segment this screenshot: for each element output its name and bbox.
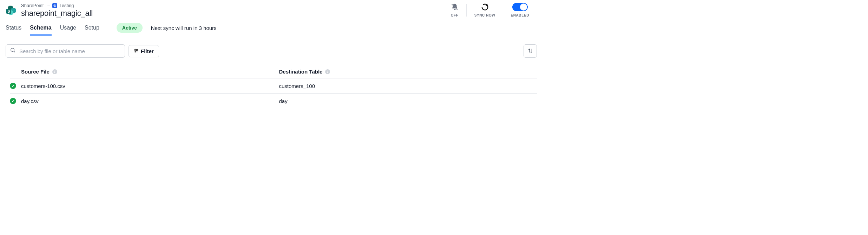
row-status	[10, 83, 21, 89]
col-dest-header: Destination Table i	[279, 69, 537, 75]
header-left: S SharePoint → Testing sharepoint_magic_…	[6, 3, 93, 18]
svg-point-9	[11, 48, 14, 51]
search-wrap[interactable]	[6, 44, 125, 58]
table-row[interactable]: customers-100.csv customers_100	[10, 78, 537, 93]
tab-setup[interactable]: Setup	[85, 25, 99, 35]
table-row[interactable]: day.csv day	[10, 93, 537, 108]
next-sync-text: Next sync will run in 3 hours	[151, 25, 217, 31]
tab-usage[interactable]: Usage	[60, 25, 76, 35]
check-icon	[10, 98, 16, 104]
tabs-divider	[108, 24, 108, 31]
dest-table: day	[279, 98, 288, 104]
dest-table: customers_100	[279, 83, 315, 89]
table-header: Source File i Destination Table i	[10, 65, 537, 78]
toolbar: Filter	[0, 37, 542, 65]
header: S SharePoint → Testing sharepoint_magic_…	[0, 0, 542, 18]
sharepoint-icon: S	[6, 5, 17, 16]
svg-line-10	[14, 51, 15, 52]
toggle-on-icon	[512, 3, 528, 11]
notifications-off-button[interactable]: OFF	[443, 3, 466, 17]
tab-schema[interactable]: Schema	[30, 25, 51, 35]
col-source-header: Source File i	[21, 69, 279, 75]
tab-status[interactable]: Status	[6, 25, 21, 35]
tabs-row: Status Schema Usage Setup Active Next sy…	[0, 18, 542, 37]
workspace-icon	[52, 3, 57, 8]
breadcrumb: SharePoint → Testing	[21, 3, 93, 8]
info-icon[interactable]: i	[52, 69, 57, 74]
breadcrumb-connector[interactable]: SharePoint	[21, 3, 44, 8]
notifications-off-label: OFF	[451, 13, 459, 17]
enabled-label: ENABLED	[511, 13, 529, 17]
info-icon[interactable]: i	[325, 69, 330, 74]
source-file: customers-100.csv	[21, 83, 65, 89]
chevron-right-icon: →	[46, 3, 50, 8]
search-input[interactable]	[19, 48, 120, 54]
status-badge: Active	[117, 23, 143, 33]
filter-button[interactable]: Filter	[129, 45, 159, 57]
dest-table-label: Destination Table	[279, 69, 323, 75]
sync-now-label: SYNC NOW	[474, 13, 495, 17]
header-right: OFF SYNC NOW ENABLED	[443, 3, 537, 17]
svg-point-12	[135, 49, 136, 50]
enabled-toggle-button[interactable]: ENABLED	[503, 3, 537, 17]
search-icon	[10, 47, 16, 55]
schema-table: Source File i Destination Table i custom…	[0, 65, 542, 108]
page-title: sharepoint_magic_all	[21, 9, 93, 18]
filter-icon	[134, 48, 139, 54]
refresh-icon	[481, 3, 489, 11]
svg-point-16	[135, 51, 136, 52]
sort-icon	[527, 48, 533, 55]
svg-point-6	[54, 5, 55, 6]
breadcrumb-workspace[interactable]: Testing	[59, 3, 74, 8]
svg-point-14	[137, 50, 137, 51]
row-status	[10, 98, 21, 104]
sort-button[interactable]	[524, 44, 537, 58]
svg-text:S: S	[8, 9, 10, 13]
check-icon	[10, 83, 16, 89]
filter-label: Filter	[141, 48, 154, 54]
bell-off-icon	[451, 3, 459, 11]
source-file: day.csv	[21, 98, 39, 104]
source-file-label: Source File	[21, 69, 50, 75]
header-text: SharePoint → Testing sharepoint_magic_al…	[21, 3, 93, 18]
sync-now-button[interactable]: SYNC NOW	[467, 3, 503, 17]
